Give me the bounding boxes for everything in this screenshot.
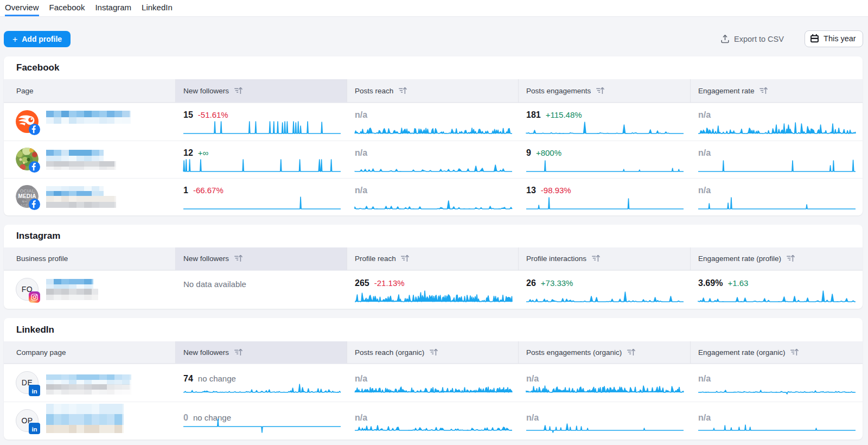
svg-text:OCIAL: OCIAL <box>20 188 35 194</box>
svg-text:☯●: ☯● <box>22 200 27 203</box>
svg-text:in: in <box>31 426 37 433</box>
svg-text:in: in <box>31 388 37 395</box>
svg-text:ACT: ACT <box>20 204 27 207</box>
